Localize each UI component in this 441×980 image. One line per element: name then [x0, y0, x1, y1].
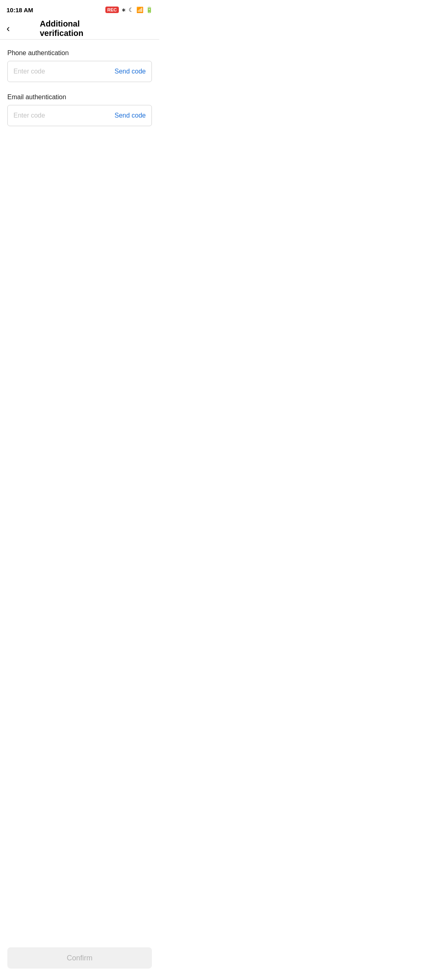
- back-button[interactable]: ‹: [7, 22, 13, 35]
- main-content: Phone authentication Send code Email aut…: [0, 40, 159, 147]
- phone-input-row: Send code: [7, 61, 152, 82]
- record-icon: REC: [105, 7, 119, 13]
- phone-send-code-button[interactable]: Send code: [114, 68, 146, 75]
- email-code-input[interactable]: [13, 112, 114, 119]
- battery-icon: 🔋: [146, 7, 153, 13]
- email-section-label: Email authentication: [7, 94, 152, 101]
- page-title: Additional verification: [40, 19, 120, 38]
- status-time: 10:18 AM: [7, 7, 33, 13]
- status-icons: REC ∗ ☾ 📶 🔋: [105, 7, 153, 13]
- phone-auth-section: Phone authentication Send code: [7, 49, 152, 82]
- moon-icon: ☾: [129, 7, 134, 13]
- email-auth-section: Email authentication Send code: [7, 94, 152, 126]
- email-input-row: Send code: [7, 105, 152, 126]
- wifi-icon: 📶: [136, 7, 143, 13]
- phone-code-input[interactable]: [13, 68, 114, 75]
- status-bar: 10:18 AM REC ∗ ☾ 📶 🔋: [0, 0, 159, 18]
- nav-bar: ‹ Additional verification: [0, 18, 159, 40]
- email-send-code-button[interactable]: Send code: [114, 112, 146, 119]
- bluetooth-icon: ∗: [121, 7, 126, 13]
- phone-section-label: Phone authentication: [7, 49, 152, 57]
